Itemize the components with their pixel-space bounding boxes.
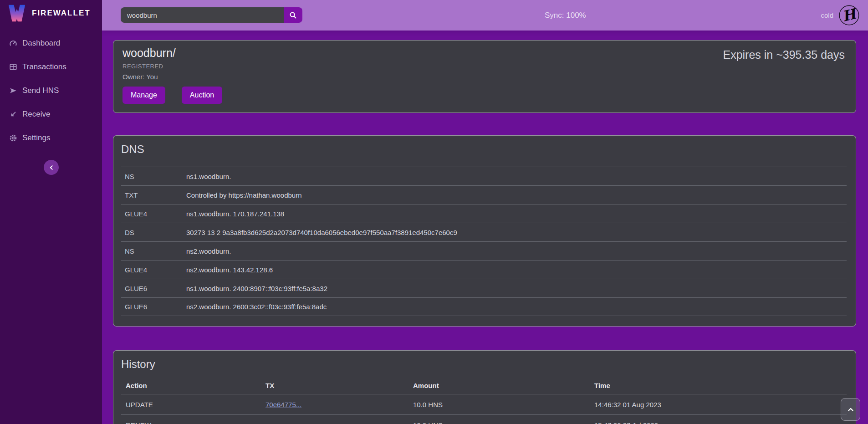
dns-record-row: NS ns2.woodburn. — [121, 241, 847, 260]
tx-link[interactable]: 70e64775... — [266, 401, 301, 409]
sidebar-collapse-button[interactable] — [44, 160, 59, 175]
chevron-left-icon — [48, 164, 55, 171]
sidebar: FIREWALLET Dashboard Transactions Send H… — [0, 0, 102, 424]
dns-record-value: ns1.woodburn. — [186, 173, 231, 180]
dns-record-value: Controlled by https://nathan.woodburn — [186, 191, 302, 199]
dns-card: DNS NS ns1.woodburn. TXT Controlled by h… — [113, 135, 856, 327]
dns-table: NS ns1.woodburn. TXT Controlled by https… — [121, 167, 847, 316]
history-header-row: Action TX Amount Time — [121, 377, 847, 394]
domain-card: woodburn/ REGISTERED Owner: You Manage A… — [113, 40, 856, 113]
history-time: 15:47:36 07 Jul 2023 — [594, 421, 847, 424]
history-card: History Action TX Amount Time UPDATE 70e… — [113, 350, 856, 424]
chevron-up-icon — [847, 406, 854, 413]
tx-link[interactable]: ... — [266, 421, 271, 424]
dns-record-value: ns2.woodburn. 143.42.128.6 — [186, 266, 273, 274]
auction-button[interactable]: Auction — [182, 87, 222, 104]
dns-record-type: GLUE4 — [121, 266, 186, 274]
dns-record-type: DS — [121, 229, 186, 236]
paper-plane-icon — [9, 87, 17, 95]
history-row: RENEW ... 10.0 HNS 15:47:36 07 Jul 2023 — [121, 415, 847, 424]
domain-expiry: Expires in ~395.35 days — [723, 48, 845, 61]
history-col-amount: Amount — [413, 382, 594, 389]
history-amount: 10.0 HNS — [413, 421, 594, 424]
brand-name: FIREWALLET — [32, 9, 91, 18]
handshake-logo-icon[interactable]: H — [839, 5, 859, 26]
search-magnifier-icon — [289, 11, 297, 19]
firewallet-logo-icon — [7, 4, 26, 22]
dns-record-value: ns1.woodburn. 2400:8907::f03c:93ff:fe5a:… — [186, 285, 327, 292]
sync-status: Sync: 100% — [545, 0, 586, 31]
history-table: Action TX Amount Time UPDATE 70e64775...… — [121, 377, 847, 424]
manage-button[interactable]: Manage — [123, 87, 165, 104]
domain-owner: Owner: You — [123, 73, 847, 81]
main-content: woodburn/ REGISTERED Owner: You Manage A… — [102, 31, 868, 424]
history-action: RENEW — [121, 421, 266, 424]
search-input[interactable] — [121, 7, 284, 23]
sidebar-item-send-hns[interactable]: Send HNS — [0, 79, 102, 102]
sidebar-item-dashboard[interactable]: Dashboard — [0, 31, 102, 55]
dns-record-value: 30273 13 2 9a3a8fb3d625d2a2073d740f10da6… — [186, 229, 457, 236]
history-col-action: Action — [121, 382, 266, 389]
dns-record-row: DS 30273 13 2 9a3a8fb3d625d2a2073d740f10… — [121, 223, 847, 241]
dns-record-row: GLUE4 ns1.woodburn. 170.187.241.138 — [121, 204, 847, 223]
wallet-area: cold H — [821, 0, 859, 31]
history-col-tx: TX — [266, 382, 413, 389]
dns-record-value: ns1.woodburn. 170.187.241.138 — [186, 210, 284, 218]
dns-record-row: NS ns1.woodburn. — [121, 167, 847, 185]
history-title: History — [121, 358, 847, 371]
history-time: 14:46:32 01 Aug 2023 — [594, 401, 847, 409]
search-bar — [121, 7, 302, 23]
dns-record-row: GLUE4 ns2.woodburn. 143.42.128.6 — [121, 260, 847, 279]
receive-arrow-icon — [9, 110, 17, 118]
brand: FIREWALLET — [0, 0, 102, 22]
dns-record-row: TXT Controlled by https://nathan.woodbur… — [121, 185, 847, 204]
dns-record-type: GLUE6 — [121, 285, 186, 292]
sidebar-item-label: Receive — [22, 110, 50, 119]
dns-record-value: ns2.woodburn. 2600:3c02::f03c:93ff:fe5a:… — [186, 303, 327, 311]
sidebar-nav: Dashboard Transactions Send HNS Receive — [0, 31, 102, 150]
table-icon — [9, 63, 17, 71]
sidebar-item-receive[interactable]: Receive — [0, 102, 102, 126]
sidebar-item-label: Settings — [22, 133, 50, 143]
sidebar-item-label: Dashboard — [22, 39, 60, 48]
sidebar-item-label: Send HNS — [22, 86, 59, 95]
history-col-time: Time — [594, 382, 847, 389]
dns-record-row: GLUE6 ns2.woodburn. 2600:3c02::f03c:93ff… — [121, 297, 847, 316]
dns-record-type: NS — [121, 173, 186, 180]
domain-actions: Manage Auction — [123, 87, 847, 104]
gear-icon — [9, 134, 17, 142]
history-action: UPDATE — [121, 401, 266, 409]
dns-record-value: ns2.woodburn. — [186, 247, 231, 255]
gauge-icon — [9, 39, 17, 47]
search-button[interactable] — [284, 7, 302, 23]
dns-record-row: GLUE6 ns1.woodburn. 2400:8907::f03c:93ff… — [121, 279, 847, 297]
dns-record-type: GLUE4 — [121, 210, 186, 218]
wallet-name: cold — [821, 11, 833, 19]
scroll-to-top-button[interactable] — [841, 398, 860, 421]
domain-status: REGISTERED — [123, 63, 847, 70]
dns-record-type: GLUE6 — [121, 303, 186, 311]
history-row: UPDATE 70e64775... 10.0 HNS 14:46:32 01 … — [121, 394, 847, 415]
topbar: Sync: 100% cold H — [102, 0, 868, 31]
sidebar-item-label: Transactions — [22, 62, 66, 72]
dns-record-type: NS — [121, 247, 186, 255]
history-amount: 10.0 HNS — [413, 401, 594, 409]
dns-title: DNS — [121, 143, 847, 156]
sidebar-item-transactions[interactable]: Transactions — [0, 55, 102, 79]
sidebar-item-settings[interactable]: Settings — [0, 126, 102, 150]
dns-record-type: TXT — [121, 191, 186, 199]
